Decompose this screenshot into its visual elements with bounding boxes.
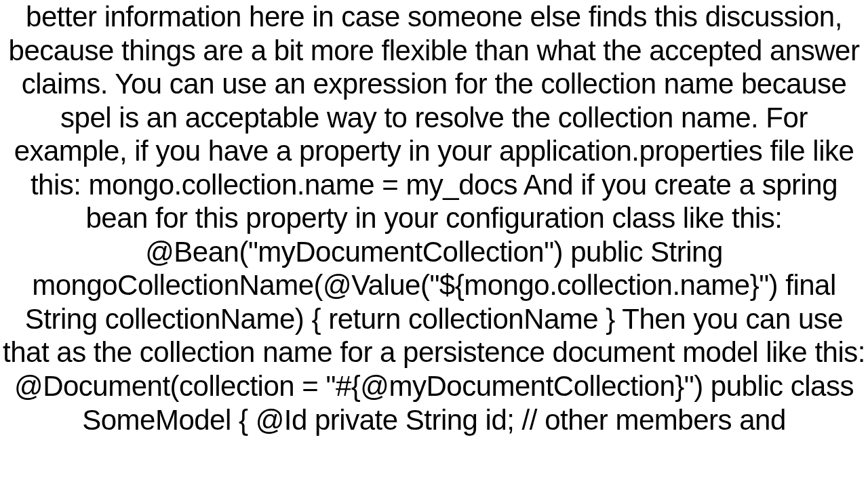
document-body-text: better information here in case someone … [0,0,868,436]
